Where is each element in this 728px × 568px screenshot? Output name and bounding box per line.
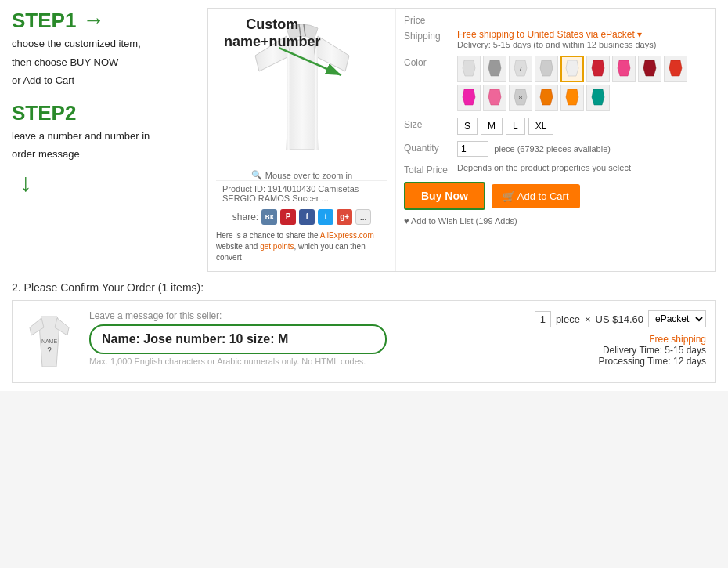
color-swatches: 7 (457, 56, 708, 111)
shirt-image (240, 16, 365, 165)
size-s-button[interactable]: S (457, 118, 478, 135)
delivery-text: Delivery: 5-15 days (to and within 12 bu… (457, 40, 708, 49)
share-facebook-button[interactable]: f (299, 209, 315, 225)
color-swatch-red2[interactable] (664, 56, 687, 82)
total-price-text: Depends on the product properties you se… (457, 163, 708, 172)
qty-pieces-text: piece (67932 pieces available) (494, 144, 611, 154)
message-label: Leave a message for this seller: (89, 310, 522, 321)
step2-line1: leave a number and number in (12, 128, 200, 144)
zoom-icon: 🔍 (251, 170, 262, 180)
shipping-value: Free shipping to United States via ePack… (457, 29, 708, 49)
color-swatch-orange2[interactable] (560, 85, 584, 111)
confirm-title: 2. Please Confirm Your Order (1 items): (12, 281, 716, 294)
qty-price-row: 1 piece × US $14.60 ePacket (535, 310, 706, 327)
size-row: Size S M L XL (404, 118, 708, 135)
order-shirt-thumbnail: NAME ? (22, 310, 77, 373)
step1-line2: then choose BUY NOW (12, 55, 200, 71)
color-swatch-orange[interactable] (535, 85, 558, 111)
color-swatch-lightgray[interactable] (535, 56, 558, 82)
size-m-button[interactable]: M (481, 118, 503, 135)
confirm-box: NAME ? Leave a message for this seller: … (12, 300, 716, 383)
add-to-cart-button[interactable]: 🛒 Add to Cart (492, 184, 580, 208)
free-shipping-text: Free shipping to United States via ePack… (457, 29, 708, 40)
color-swatch-selected[interactable] (560, 56, 584, 82)
color-row: Color 7 (404, 56, 708, 111)
svg-text:8: 8 (519, 94, 523, 101)
main-container: STEP1 → choose the customized item, then… (0, 0, 728, 391)
arrow-down: ↓ (12, 168, 200, 197)
max-chars-text: Max. 1,000 English characters or Arabic … (89, 356, 522, 366)
color-swatch-num8[interactable]: 8 (509, 85, 532, 111)
message-input[interactable]: Name: Jose number: 10 size: M (89, 324, 387, 354)
size-buttons: S M L XL (457, 118, 708, 135)
share-googleplus-button[interactable]: g+ (337, 209, 352, 225)
buy-buttons: Buy Now 🛒 Add to Cart (404, 182, 708, 210)
step2-title: STEP2 (12, 101, 200, 125)
product-panel: Custom name+number (207, 8, 716, 272)
order-quantity: 1 (535, 311, 551, 327)
processing-time-text: Processing Time: 12 days (535, 356, 706, 367)
color-label: Color (404, 56, 451, 68)
total-row: Total Price Depends on the product prope… (404, 163, 708, 175)
step1-arrow: → (82, 8, 104, 33)
product-image-area: Custom name+number (208, 9, 396, 271)
order-price: US $14.60 (596, 313, 643, 325)
free-shipping-label: Free shipping (535, 334, 706, 345)
quantity-value: piece (67932 pieces available) (457, 141, 708, 157)
product-top: Custom name+number (208, 9, 715, 271)
share-twitter-button[interactable]: t (318, 209, 333, 225)
color-swatch-magenta[interactable] (457, 85, 481, 111)
product-id: Product ID: 1914010430 Camisetas SERGIO … (216, 180, 387, 206)
color-swatch-red[interactable] (586, 56, 610, 82)
share-pinterest-button[interactable]: P (280, 209, 296, 225)
size-xl-button[interactable]: XL (528, 118, 554, 135)
shipping-label: Shipping (404, 29, 451, 42)
order-right: 1 piece × US $14.60 ePacket Free shippin… (535, 310, 706, 367)
share-vk-button[interactable]: вк (261, 209, 277, 225)
quantity-row: Quantity piece (67932 pieces available) (404, 141, 708, 157)
color-swatch-gray[interactable] (483, 56, 506, 82)
step2-line2: order message (12, 147, 200, 162)
share-description: Here is a chance to share the AliExpress… (216, 230, 387, 263)
product-details: Price Shipping Free shipping to United S… (396, 9, 715, 271)
shipping-method-select[interactable]: ePacket (648, 310, 706, 327)
step1-line3: or Add to Cart (12, 73, 200, 89)
size-l-button[interactable]: L (506, 118, 525, 135)
confirm-section: 2. Please Confirm Your Order (1 items): … (12, 281, 716, 383)
piece-label: piece (556, 313, 580, 325)
delivery-time-text: Delivery Time: 5-15 days (535, 345, 706, 356)
order-item: NAME ? Leave a message for this seller: … (22, 310, 706, 373)
step1-label: STEP1 (12, 9, 76, 33)
steps-and-product: STEP1 → choose the customized item, then… (12, 8, 716, 272)
svg-text:?: ? (47, 346, 52, 355)
share-more-button[interactable]: ... (355, 209, 371, 225)
shipping-info: Free shipping Delivery Time: 5-15 days P… (535, 334, 706, 367)
zoom-text: 🔍 Mouse over to zoom in (251, 170, 352, 180)
wishlist-text[interactable]: ♥ Add to Wish List (199 Adds) (404, 216, 708, 226)
quantity-input[interactable] (457, 141, 488, 157)
quantity-label: Quantity (404, 141, 451, 154)
share-line: share: вк P f t g+ ... (226, 206, 377, 228)
svg-text:NAME: NAME (41, 338, 58, 344)
total-label: Total Price (404, 163, 451, 175)
color-swatch-white[interactable] (457, 56, 481, 82)
step1-line1: choose the customized item, (12, 36, 200, 52)
buy-now-button[interactable]: Buy Now (404, 182, 485, 210)
color-swatch-pink[interactable] (612, 56, 636, 82)
color-swatch-darkred[interactable] (638, 56, 661, 82)
multiply-sign: × (585, 313, 591, 325)
size-label: Size (404, 118, 451, 130)
steps-left: STEP1 → choose the customized item, then… (12, 8, 200, 272)
share-label: share: (232, 212, 258, 222)
svg-text:7: 7 (519, 65, 523, 72)
color-swatch-pink2[interactable] (483, 85, 506, 111)
step1-title: STEP1 → (12, 8, 200, 33)
color-swatch-7[interactable]: 7 (509, 56, 532, 82)
shipping-row: Shipping Free shipping to United States … (404, 29, 708, 49)
color-swatch-teal[interactable] (586, 85, 610, 111)
order-middle: Leave a message for this seller: Name: J… (89, 310, 522, 366)
price-label: Price (404, 15, 708, 26)
